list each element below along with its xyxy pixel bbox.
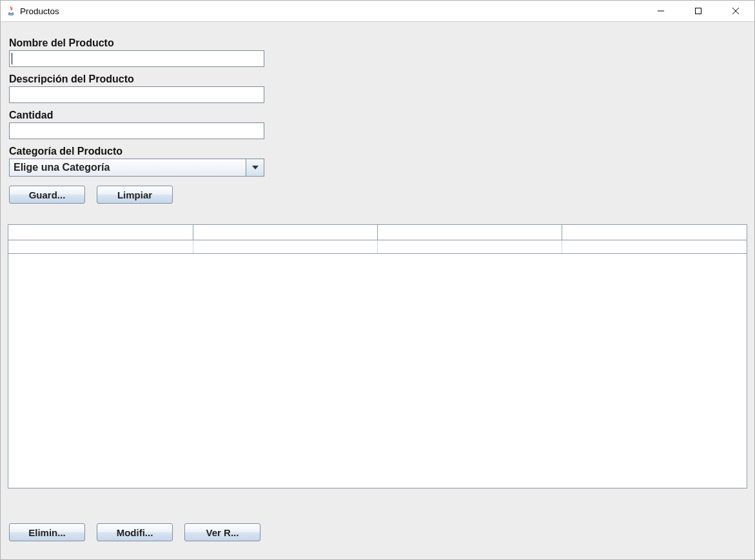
table-header-cell[interactable] <box>193 225 377 240</box>
client-area: Nombre del Producto Descripción del Prod… <box>1 22 754 559</box>
descripcion-input[interactable] <box>9 86 264 103</box>
productos-window: Productos Nombre del Producto Descripció… <box>0 0 755 560</box>
guardar-button[interactable]: Guard... <box>9 186 85 204</box>
svg-marker-4 <box>252 166 259 169</box>
modificar-button[interactable]: Modifi... <box>97 523 173 541</box>
minimize-button[interactable] <box>642 1 680 21</box>
nombre-label: Nombre del Producto <box>9 37 273 49</box>
categoria-selected-value: Elige una Categoría <box>9 159 246 177</box>
window-title: Productos <box>20 6 59 16</box>
ver-registros-button[interactable]: Ver R... <box>184 523 260 541</box>
bottom-buttons: Elimin... Modifi... Ver R... <box>9 523 260 541</box>
limpiar-button[interactable]: Limpiar <box>97 186 173 204</box>
svg-rect-1 <box>696 8 701 14</box>
close-button[interactable] <box>717 1 754 21</box>
table-cell[interactable] <box>562 240 747 253</box>
product-form: Nombre del Producto Descripción del Prod… <box>9 34 273 204</box>
cantidad-label: Cantidad <box>9 110 273 121</box>
table-row[interactable] <box>8 240 747 253</box>
titlebar[interactable]: Productos <box>1 1 754 22</box>
eliminar-button[interactable]: Elimin... <box>9 523 85 541</box>
categoria-dropdown-button[interactable] <box>246 159 264 177</box>
table-header-cell[interactable] <box>562 225 747 240</box>
descripcion-label: Descripción del Producto <box>9 73 273 85</box>
table-header-cell[interactable] <box>378 225 562 240</box>
window-controls <box>642 1 754 22</box>
nombre-input[interactable] <box>9 50 264 67</box>
table-cell[interactable] <box>378 240 562 253</box>
products-table[interactable] <box>8 225 747 254</box>
chevron-down-icon <box>252 166 259 169</box>
table-cell[interactable] <box>8 240 193 253</box>
table-cell[interactable] <box>193 240 377 253</box>
products-table-scrollpane[interactable] <box>8 224 747 488</box>
text-caret <box>12 53 12 64</box>
table-header-cell[interactable] <box>8 225 193 240</box>
categoria-label: Categoría del Producto <box>9 146 273 157</box>
table-header-row <box>8 225 747 240</box>
categoria-combobox[interactable]: Elige una Categoría <box>9 159 264 177</box>
form-buttons: Guard... Limpiar <box>9 186 273 204</box>
java-icon <box>6 6 16 16</box>
maximize-button[interactable] <box>680 1 717 21</box>
cantidad-input[interactable] <box>9 122 264 139</box>
